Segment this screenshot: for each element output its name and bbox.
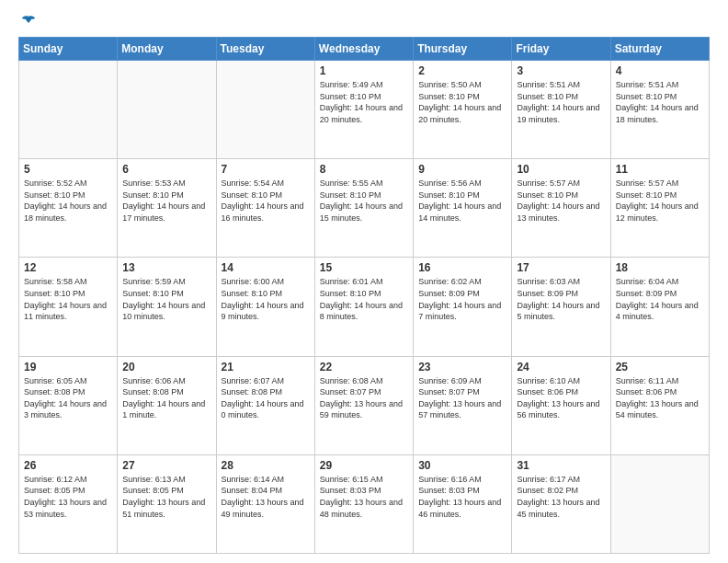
weekday-header-thursday: Thursday <box>414 38 512 61</box>
day-number: 23 <box>418 361 506 373</box>
day-info: Sunrise: 5:57 AM Sunset: 8:10 PM Dayligh… <box>616 178 704 224</box>
calendar-cell: 13Sunrise: 5:59 AM Sunset: 8:10 PM Dayli… <box>118 258 216 356</box>
day-info: Sunrise: 5:51 AM Sunset: 8:10 PM Dayligh… <box>616 79 704 125</box>
day-info: Sunrise: 6:02 AM Sunset: 8:09 PM Dayligh… <box>418 276 506 322</box>
logo-bird-icon <box>20 15 37 31</box>
day-number: 22 <box>320 361 408 373</box>
calendar-cell: 18Sunrise: 6:04 AM Sunset: 8:09 PM Dayli… <box>610 258 709 356</box>
day-info: Sunrise: 6:16 AM Sunset: 8:03 PM Dayligh… <box>418 474 506 520</box>
weekday-header-saturday: Saturday <box>610 38 709 61</box>
calendar-cell: 17Sunrise: 6:03 AM Sunset: 8:09 PM Dayli… <box>512 258 610 356</box>
day-number: 12 <box>24 261 112 274</box>
page: SundayMondayTuesdayWednesdayThursdayFrid… <box>0 0 728 563</box>
calendar-cell: 9Sunrise: 5:56 AM Sunset: 8:10 PM Daylig… <box>414 159 512 258</box>
logo-text <box>18 15 37 31</box>
day-number: 13 <box>122 261 210 274</box>
day-info: Sunrise: 6:08 AM Sunset: 8:07 PM Dayligh… <box>320 375 408 421</box>
day-number: 9 <box>418 163 506 176</box>
day-number: 5 <box>24 163 112 176</box>
day-info: Sunrise: 5:56 AM Sunset: 8:10 PM Dayligh… <box>418 178 506 224</box>
calendar-cell: 19Sunrise: 6:05 AM Sunset: 8:08 PM Dayli… <box>19 356 118 454</box>
day-number: 30 <box>418 459 506 472</box>
weekday-header-friday: Friday <box>512 38 610 61</box>
day-number: 10 <box>517 163 605 176</box>
day-number: 25 <box>616 361 704 373</box>
day-number: 31 <box>517 459 605 472</box>
calendar-cell: 8Sunrise: 5:55 AM Sunset: 8:10 PM Daylig… <box>314 159 413 258</box>
calendar-cell: 6Sunrise: 5:53 AM Sunset: 8:10 PM Daylig… <box>118 159 216 258</box>
logo <box>18 15 37 28</box>
day-info: Sunrise: 5:58 AM Sunset: 8:10 PM Dayligh… <box>24 276 112 322</box>
calendar-cell: 10Sunrise: 5:57 AM Sunset: 8:10 PM Dayli… <box>512 159 610 258</box>
day-number: 15 <box>320 261 408 274</box>
day-info: Sunrise: 5:59 AM Sunset: 8:10 PM Dayligh… <box>122 276 210 322</box>
weekday-header-sunday: Sunday <box>19 38 118 61</box>
day-info: Sunrise: 5:55 AM Sunset: 8:10 PM Dayligh… <box>320 178 408 224</box>
day-info: Sunrise: 5:49 AM Sunset: 8:10 PM Dayligh… <box>320 79 408 125</box>
calendar-cell: 29Sunrise: 6:15 AM Sunset: 8:03 PM Dayli… <box>314 454 413 553</box>
calendar-cell <box>118 61 216 159</box>
day-info: Sunrise: 5:57 AM Sunset: 8:10 PM Dayligh… <box>517 178 605 224</box>
day-info: Sunrise: 5:53 AM Sunset: 8:10 PM Dayligh… <box>122 178 210 224</box>
day-info: Sunrise: 6:01 AM Sunset: 8:10 PM Dayligh… <box>320 276 408 322</box>
calendar-table: SundayMondayTuesdayWednesdayThursdayFrid… <box>18 37 710 554</box>
day-info: Sunrise: 6:05 AM Sunset: 8:08 PM Dayligh… <box>24 375 112 421</box>
day-info: Sunrise: 5:50 AM Sunset: 8:10 PM Dayligh… <box>418 79 506 125</box>
calendar-cell: 31Sunrise: 6:17 AM Sunset: 8:02 PM Dayli… <box>512 454 610 553</box>
day-info: Sunrise: 6:10 AM Sunset: 8:06 PM Dayligh… <box>517 375 605 421</box>
calendar-cell: 11Sunrise: 5:57 AM Sunset: 8:10 PM Dayli… <box>610 159 709 258</box>
day-info: Sunrise: 6:13 AM Sunset: 8:05 PM Dayligh… <box>122 474 210 520</box>
header <box>18 15 710 28</box>
week-row-3: 12Sunrise: 5:58 AM Sunset: 8:10 PM Dayli… <box>19 258 710 356</box>
calendar-cell: 5Sunrise: 5:52 AM Sunset: 8:10 PM Daylig… <box>19 159 118 258</box>
day-number: 17 <box>517 261 605 274</box>
day-number: 27 <box>122 459 210 472</box>
week-row-5: 26Sunrise: 6:12 AM Sunset: 8:05 PM Dayli… <box>19 454 710 553</box>
day-number: 16 <box>418 261 506 274</box>
day-number: 6 <box>122 163 210 176</box>
day-number: 24 <box>517 361 605 373</box>
day-number: 21 <box>222 361 310 373</box>
day-number: 14 <box>222 261 310 274</box>
day-info: Sunrise: 6:09 AM Sunset: 8:07 PM Dayligh… <box>418 375 506 421</box>
calendar-cell <box>216 61 314 159</box>
calendar-cell: 27Sunrise: 6:13 AM Sunset: 8:05 PM Dayli… <box>118 454 216 553</box>
day-info: Sunrise: 6:03 AM Sunset: 8:09 PM Dayligh… <box>517 276 605 322</box>
day-info: Sunrise: 6:14 AM Sunset: 8:04 PM Dayligh… <box>222 474 310 520</box>
calendar-cell <box>19 61 118 159</box>
day-info: Sunrise: 6:12 AM Sunset: 8:05 PM Dayligh… <box>24 474 112 520</box>
weekday-header-monday: Monday <box>118 38 216 61</box>
day-number: 20 <box>122 361 210 373</box>
day-number: 4 <box>616 64 704 77</box>
weekday-header-tuesday: Tuesday <box>216 38 314 61</box>
week-row-2: 5Sunrise: 5:52 AM Sunset: 8:10 PM Daylig… <box>19 159 710 258</box>
calendar-cell: 1Sunrise: 5:49 AM Sunset: 8:10 PM Daylig… <box>314 61 413 159</box>
calendar-cell: 25Sunrise: 6:11 AM Sunset: 8:06 PM Dayli… <box>610 356 709 454</box>
calendar-cell: 15Sunrise: 6:01 AM Sunset: 8:10 PM Dayli… <box>314 258 413 356</box>
calendar-cell: 30Sunrise: 6:16 AM Sunset: 8:03 PM Dayli… <box>414 454 512 553</box>
weekday-header-row: SundayMondayTuesdayWednesdayThursdayFrid… <box>19 38 710 61</box>
day-info: Sunrise: 6:07 AM Sunset: 8:08 PM Dayligh… <box>222 375 310 421</box>
day-info: Sunrise: 6:00 AM Sunset: 8:10 PM Dayligh… <box>222 276 310 322</box>
day-number: 11 <box>616 163 704 176</box>
day-number: 26 <box>24 459 112 472</box>
calendar-cell <box>610 454 709 553</box>
day-number: 3 <box>517 64 605 77</box>
day-info: Sunrise: 6:11 AM Sunset: 8:06 PM Dayligh… <box>616 375 704 421</box>
day-number: 19 <box>24 361 112 373</box>
calendar-cell: 2Sunrise: 5:50 AM Sunset: 8:10 PM Daylig… <box>414 61 512 159</box>
calendar-cell: 26Sunrise: 6:12 AM Sunset: 8:05 PM Dayli… <box>19 454 118 553</box>
day-number: 29 <box>320 459 408 472</box>
day-number: 7 <box>222 163 310 176</box>
calendar-cell: 3Sunrise: 5:51 AM Sunset: 8:10 PM Daylig… <box>512 61 610 159</box>
day-info: Sunrise: 5:51 AM Sunset: 8:10 PM Dayligh… <box>517 79 605 125</box>
day-info: Sunrise: 6:04 AM Sunset: 8:09 PM Dayligh… <box>616 276 704 322</box>
week-row-4: 19Sunrise: 6:05 AM Sunset: 8:08 PM Dayli… <box>19 356 710 454</box>
calendar-cell: 16Sunrise: 6:02 AM Sunset: 8:09 PM Dayli… <box>414 258 512 356</box>
calendar-cell: 24Sunrise: 6:10 AM Sunset: 8:06 PM Dayli… <box>512 356 610 454</box>
weekday-header-wednesday: Wednesday <box>314 38 413 61</box>
calendar-cell: 23Sunrise: 6:09 AM Sunset: 8:07 PM Dayli… <box>414 356 512 454</box>
day-info: Sunrise: 6:06 AM Sunset: 8:08 PM Dayligh… <box>122 375 210 421</box>
day-number: 18 <box>616 261 704 274</box>
calendar-cell: 4Sunrise: 5:51 AM Sunset: 8:10 PM Daylig… <box>610 61 709 159</box>
